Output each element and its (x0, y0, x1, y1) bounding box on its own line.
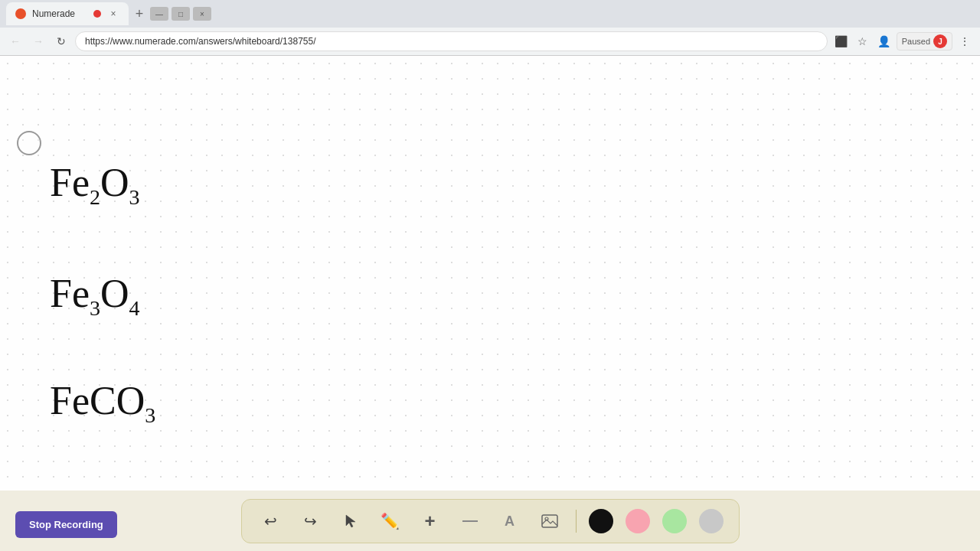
svg-marker-0 (346, 515, 355, 527)
color-pink-button[interactable] (626, 509, 650, 533)
color-green-button[interactable] (662, 509, 687, 533)
user-avatar: J (933, 34, 947, 48)
tab-title: Numerade (32, 8, 87, 19)
tab-close-button[interactable]: × (107, 8, 119, 20)
address-text: https://www.numerade.com/answers/whitebo… (85, 36, 316, 47)
redo-button[interactable]: ↪ (297, 507, 325, 535)
color-black-button[interactable] (589, 509, 613, 533)
cursor-indicator (17, 131, 41, 155)
tab-favicon (15, 8, 26, 19)
browser-actions: ⬛ ☆ 👤 Paused J ⋮ (832, 32, 974, 51)
close-button[interactable]: × (193, 7, 211, 21)
tab-recording-dot (93, 10, 101, 18)
minimize-button[interactable]: — (150, 7, 168, 21)
text-tool-button[interactable]: A (496, 507, 524, 535)
whiteboard-content: Fe2O3 Fe3O4 FeCO3 (0, 56, 980, 491)
address-bar-row: ← → ↻ https://www.numerade.com/answers/w… (0, 28, 980, 55)
pen-tool-button[interactable]: ✏️ (377, 507, 404, 535)
toolbar-divider (576, 510, 577, 533)
image-tool-button[interactable] (536, 507, 564, 535)
whiteboard[interactable]: Fe2O3 Fe3O4 FeCO3 (0, 56, 980, 491)
profile-icon[interactable]: 👤 (875, 32, 893, 51)
forward-button[interactable]: → (29, 32, 47, 51)
formula-feco3: FeCO3 (50, 381, 155, 421)
maximize-button[interactable]: □ (172, 7, 190, 21)
formula-fe3o4: Fe3O4 (50, 274, 140, 314)
add-button[interactable]: + (416, 507, 444, 535)
browser-chrome: Numerade × + — □ × ← → ↻ https://www.num… (0, 0, 980, 56)
refresh-button[interactable]: ↻ (52, 32, 70, 51)
new-tab-button[interactable]: + (129, 3, 150, 24)
stop-recording-button[interactable]: Stop Recording (15, 511, 117, 538)
undo-button[interactable]: ↩ (257, 507, 285, 535)
svg-rect-2 (542, 515, 557, 527)
cast-icon[interactable]: ⬛ (832, 32, 851, 51)
menu-icon[interactable]: ⋮ (956, 32, 974, 51)
toolbar-panel: ↩ ↪ ✏️ + A (241, 499, 740, 543)
paused-label: Paused (902, 37, 930, 46)
bookmark-icon[interactable]: ☆ (854, 32, 872, 51)
color-gray-button[interactable] (699, 509, 724, 533)
paused-badge: Paused J (897, 32, 952, 51)
title-bar: Numerade × + — □ × (0, 0, 980, 28)
bottom-bar: Stop Recording ↩ ↪ ✏️ + A (0, 491, 980, 551)
back-button[interactable]: ← (6, 32, 24, 51)
formula-fe2o3: Fe2O3 (50, 163, 140, 203)
window-controls: — □ × (150, 7, 211, 21)
select-tool-button[interactable] (337, 507, 364, 535)
browser-tab[interactable]: Numerade × (6, 2, 129, 25)
eraser-tool-button[interactable] (456, 507, 484, 535)
address-bar[interactable]: https://www.numerade.com/answers/whitebo… (75, 31, 828, 51)
